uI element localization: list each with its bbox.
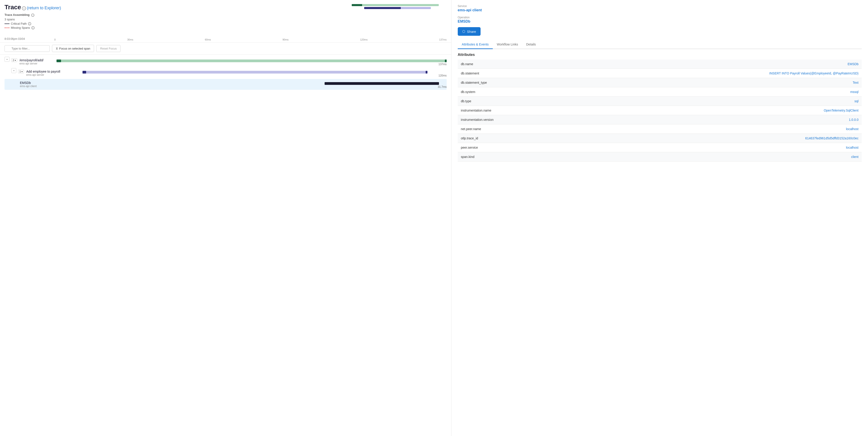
table-row: db.statement INSERT INTO Payroll Values(… — [458, 69, 862, 78]
reset-focus-button[interactable]: Reset Focus — [96, 45, 121, 52]
span1-label: 2 ▾ /ems/payroll/add/ ems-api server — [11, 58, 57, 65]
attributes-table: db.name EMSDb db.statement INSERT INTO P… — [458, 59, 862, 162]
tab-attributes-events[interactable]: Attributes & Events — [458, 40, 493, 49]
tick-0: 0 — [54, 38, 56, 42]
attr-value[interactable]: EMSDb — [575, 59, 862, 69]
service-label: Service — [458, 4, 862, 8]
span3-duration: 31.7ms — [438, 85, 446, 88]
table-row: span.kind client — [458, 152, 862, 162]
attributes-title: Attributes — [458, 53, 862, 57]
attr-value[interactable]: OpenTelemetry.SqlClient — [575, 106, 862, 115]
span-row-1[interactable]: 2 ▾ /ems/payroll/add/ ems-api server 137… — [9, 56, 447, 67]
span3-service: ems-api client — [20, 85, 65, 88]
attr-value[interactable]: mssql — [575, 87, 862, 97]
attr-key: db.name — [458, 59, 575, 69]
tick-120ms: 120ms — [360, 38, 368, 42]
table-row: db.statement_type Text — [458, 78, 862, 87]
timeline-header: 8:03:06pm 03/04 0 30ms 60ms 90ms 120ms 1… — [0, 31, 451, 42]
filter-input[interactable] — [4, 45, 50, 52]
operation-section: Operation EMSDb — [458, 16, 862, 24]
timeline-ticks: 0 30ms 60ms 90ms 120ms 137ms — [54, 38, 447, 42]
attr-key: instrumentation.version — [458, 115, 575, 124]
span1-expand-badge[interactable]: 2 ▾ — [11, 58, 17, 62]
table-row: db.name EMSDb — [458, 59, 862, 69]
title-row: Trace i (return to Explorer) — [4, 4, 447, 12]
attr-value[interactable]: localhost — [575, 124, 862, 134]
tab-workflow-links[interactable]: Workflow Links — [493, 40, 522, 49]
spans-count: 3 spans — [4, 18, 447, 21]
span2-expand-badge[interactable]: 1 ▾ — [18, 70, 24, 73]
attr-key: db.statement_type — [458, 78, 575, 87]
attr-value[interactable]: 1.0.0.0 — [575, 115, 862, 124]
attr-value[interactable]: client — [575, 152, 862, 162]
tick-60ms: 60ms — [205, 38, 211, 42]
table-row: otlp.trace_id 614637fed961d5d5dffd3152a1… — [458, 134, 862, 143]
header-area: Trace i (return to Explorer) Trace Assem… — [0, 0, 451, 31]
table-row: peer.service localhost — [458, 143, 862, 152]
span-row-2-container: − 1 ▾ Add employee to payroll ems-api se… — [4, 68, 447, 79]
span-row-1-container: − 2 ▾ /ems/payroll/add/ ems-api server — [4, 56, 447, 67]
attr-key: db.type — [458, 97, 575, 106]
attr-key: peer.service — [458, 143, 575, 152]
left-panel: Trace i (return to Explorer) Trace Assem… — [0, 0, 452, 436]
span3-timeline: 31.7ms — [65, 80, 447, 88]
attr-key: otlp.trace_id — [458, 134, 575, 143]
span-row-3[interactable]: EMSDb ems-api client 31.7ms — [18, 79, 447, 90]
return-to-explorer-link[interactable]: (return to Explorer) — [27, 6, 61, 10]
tabs-row: Attributes & Events Workflow Links Detai… — [458, 40, 862, 49]
trace-assembling: Trace Assembling ○ — [4, 13, 447, 17]
attr-value[interactable]: INSERT INTO Payroll Values(@EmployeeId, … — [575, 69, 862, 78]
tick-30ms: 30ms — [127, 38, 133, 42]
table-row: instrumentation.version 1.0.0.0 — [458, 115, 862, 124]
span1-duration: 137ms — [438, 63, 447, 66]
tab-details[interactable]: Details — [522, 40, 540, 49]
attr-key: db.system — [458, 87, 575, 97]
span2-service: ems-api server — [18, 73, 63, 77]
attr-value[interactable]: Text — [575, 78, 862, 87]
critical-path-info-icon[interactable]: i — [28, 22, 31, 25]
right-panel: Service ems-api client Operation EMSDb ⬡… — [452, 0, 868, 436]
attr-key: net.peer.name — [458, 124, 575, 134]
span2-timeline: 120ms — [63, 69, 447, 77]
tick-137ms: 137ms — [439, 38, 447, 42]
timeline-date-label: 8:03:06pm 03/04 — [4, 37, 25, 40]
span2-duration: 120ms — [438, 74, 447, 77]
share-button[interactable]: ⬡ Share — [458, 27, 480, 36]
span2-label: 1 ▾ Add employee to payroll ems-api serv… — [18, 70, 63, 77]
attr-key: instrumentation.name — [458, 106, 575, 115]
attr-value[interactable]: sql — [575, 97, 862, 106]
critical-path-label: Critical Path i — [4, 22, 447, 25]
missing-spans-info-icon[interactable]: i — [31, 26, 35, 29]
filter-icon: ⧖ — [56, 47, 58, 50]
filter-row: 🔍 ⧖ Focus on selected span Reset Focus — [0, 42, 451, 55]
table-row: db.type sql — [458, 97, 862, 106]
span-row-2[interactable]: 1 ▾ Add employee to payroll ems-api serv… — [16, 68, 447, 79]
assembling-info-icon[interactable]: ○ — [31, 13, 34, 17]
span3-label: EMSDb ems-api client — [20, 81, 65, 88]
table-row: instrumentation.name OpenTelemetry.SqlCl… — [458, 106, 862, 115]
collapse-button-span1[interactable]: − — [4, 57, 9, 62]
span3-name: EMSDb — [20, 81, 65, 85]
table-row: db.system mssql — [458, 87, 862, 97]
focus-on-selected-span-button[interactable]: ⧖ Focus on selected span — [52, 45, 94, 52]
trace-info-icon[interactable]: i — [22, 6, 26, 10]
page-title: Trace — [4, 4, 21, 11]
span1-name: /ems/payroll/add/ — [20, 58, 43, 62]
span1-service: ems-api server — [11, 62, 57, 65]
collapse-button-span2[interactable]: − — [11, 68, 16, 73]
spans-area: − 2 ▾ /ems/payroll/add/ ems-api server — [0, 55, 451, 436]
attr-key: span.kind — [458, 152, 575, 162]
attributes-section: Attributes db.name EMSDb db.statement IN… — [458, 53, 862, 432]
service-value: ems-api client — [458, 8, 862, 12]
span1-timeline: 137ms — [57, 58, 447, 66]
share-icon: ⬡ — [462, 29, 465, 33]
tick-90ms: 90ms — [283, 38, 289, 42]
span2-name: Add employee to payroll — [26, 70, 60, 73]
operation-label: Operation — [458, 16, 862, 19]
attr-key: db.statement — [458, 69, 575, 78]
operation-value: EMSDb — [458, 20, 862, 24]
missing-spans-label: Missing Spans i — [4, 26, 447, 29]
attr-value[interactable]: localhost — [575, 143, 862, 152]
span-row-3-container: EMSDb ems-api client 31.7ms — [4, 79, 447, 90]
attr-value[interactable]: 614637fed961d5d5dffd3152a160c0ec — [575, 134, 862, 143]
